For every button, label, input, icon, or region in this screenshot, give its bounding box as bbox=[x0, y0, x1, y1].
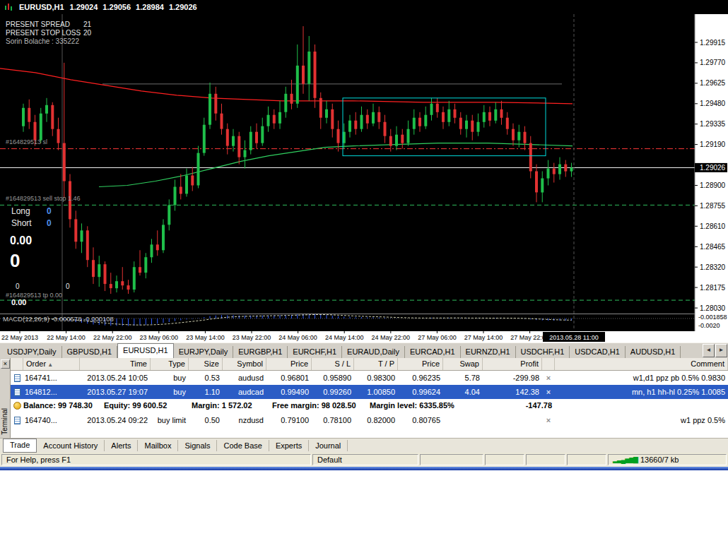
short-label: Short bbox=[11, 218, 32, 228]
close-order-button[interactable]: × bbox=[542, 416, 555, 424]
column-header-size[interactable]: Size bbox=[189, 358, 223, 370]
column-header-comment[interactable]: Comment bbox=[555, 358, 728, 370]
balance-part-3: Free margin: 98 028.50 bbox=[272, 401, 356, 410]
cell-size: 1.10 bbox=[189, 388, 223, 396]
price-scale-label: 1.29625 bbox=[700, 79, 726, 87]
price-scale-label: 1.29335 bbox=[700, 120, 726, 128]
cell-comment: w1,d1 ppz pb 0.5% 0.9830 bbox=[555, 374, 728, 382]
tabs-scroll-right-button[interactable]: ► bbox=[715, 344, 727, 357]
terminal-tab-mailbox[interactable]: Mailbox bbox=[138, 440, 178, 451]
status-cell-empty-4 bbox=[567, 454, 606, 465]
order-icon bbox=[14, 388, 20, 396]
ohlc-low: 1.28984 bbox=[136, 3, 164, 11]
order-icon bbox=[14, 417, 20, 424]
cell-current-price: 0.99624 bbox=[398, 388, 443, 396]
ohlc-close: 1.29026 bbox=[169, 3, 197, 11]
terminal-tab-code-base[interactable]: Code Base bbox=[217, 440, 269, 451]
spread-label: PRESENT SPREAD bbox=[6, 20, 70, 28]
chart-tabs: USDJPY,DailyGBPUSD,H1EURUSD,H1EURJPY,Dai… bbox=[0, 342, 728, 358]
time-axis-label: 24 May 06:00 bbox=[278, 334, 317, 341]
time-axis-label: 22 May 2013 bbox=[1, 334, 38, 341]
stoploss-value: 20 bbox=[83, 29, 91, 37]
tabs-scroll-left-button[interactable]: ◄ bbox=[703, 344, 715, 357]
balance-part-4: Margin level: 6335.85% bbox=[370, 401, 454, 410]
cell-stop-loss: 0.99260 bbox=[312, 388, 354, 396]
terminal-close-button[interactable]: × bbox=[1, 359, 10, 369]
order-icon-cell bbox=[11, 374, 23, 382]
chart-tab-AUDUSD-H1[interactable]: AUDUSD,H1 bbox=[626, 346, 681, 358]
time-axis-label: 23 May 06:00 bbox=[140, 334, 179, 341]
cell-order: 164741... bbox=[23, 374, 80, 382]
column-header-sl[interactable]: S / L bbox=[312, 358, 354, 370]
close-order-button[interactable]: × bbox=[542, 374, 555, 382]
price-scale-label: 1.28030 bbox=[700, 304, 726, 312]
chart-tab-EURCHF-H1[interactable]: EURCHF,H1 bbox=[288, 346, 342, 358]
chart-tab-USDCAD-H1[interactable]: USDCAD,H1 bbox=[570, 346, 626, 358]
terminal-strip-label: Terminal bbox=[1, 408, 8, 435]
cell-type: buy bbox=[151, 374, 189, 382]
current-time-value: 2013.05.28 11:00 bbox=[549, 334, 598, 341]
time-axis-label: 23 May 22:00 bbox=[233, 334, 271, 341]
balance-icon bbox=[13, 402, 21, 410]
chart-area[interactable]: 1.299151.297701.296251.294801.293351.291… bbox=[0, 14, 728, 342]
cell-current-price: 0.80765 bbox=[398, 416, 443, 424]
cell-swap: 4.04 bbox=[443, 388, 483, 396]
ea-value-3: 0.00 bbox=[11, 298, 26, 306]
pane-separator[interactable] bbox=[0, 314, 728, 314]
cell-order: 164740... bbox=[23, 416, 80, 424]
column-header-symbol[interactable]: Symbol bbox=[223, 358, 266, 370]
balance-row: Balance: 99 748.30Equity: 99 600.52Margi… bbox=[11, 399, 728, 413]
long-label: Long bbox=[11, 206, 30, 216]
clipped-row bbox=[11, 427, 728, 438]
chart-tab-USDJPY-Daily[interactable]: USDJPY,Daily bbox=[2, 346, 62, 358]
terminal-tab-account-history[interactable]: Account History bbox=[37, 440, 105, 451]
orders-table[interactable]: Order ▲TimeTypeSizeSymbolPriceS / LT / P… bbox=[11, 358, 728, 438]
status-profile: Default bbox=[312, 454, 418, 465]
cell-comment: mn, h1 hh-hl 0.25% 1.0085 bbox=[555, 388, 728, 396]
terminal-tab-experts[interactable]: Experts bbox=[269, 440, 309, 451]
chart-tab-EURAUD-Daily[interactable]: EURAUD,Daily bbox=[342, 346, 405, 358]
balance-part-0: Balance: 99 748.30 bbox=[23, 401, 93, 410]
price-scale-label: 1.28610 bbox=[700, 222, 726, 230]
terminal-tab-signals[interactable]: Signals bbox=[178, 440, 217, 451]
chart-tab-EURJPY-Daily[interactable]: EURJPY,Daily bbox=[174, 346, 234, 358]
macd-scale-label: -0.0020 bbox=[698, 322, 720, 329]
column-header-tp[interactable]: T / P bbox=[354, 358, 398, 370]
chart-tab-EURCAD-H1[interactable]: EURCAD,H1 bbox=[405, 346, 461, 358]
chart-tab-EURGBP-H1[interactable]: EURGBP,H1 bbox=[233, 346, 288, 358]
close-order-button[interactable]: × bbox=[542, 388, 555, 396]
column-header-swap[interactable]: Swap bbox=[443, 358, 483, 370]
column-header-price[interactable]: Price bbox=[266, 358, 312, 370]
ea-signature: Sorin Bolache : 335222 bbox=[6, 37, 79, 45]
cell-symbol: nzdusd bbox=[223, 416, 266, 424]
header-icon-cell bbox=[11, 358, 23, 370]
column-header-order[interactable]: Order ▲ bbox=[23, 358, 80, 370]
chart-tab-EURNZD-H1[interactable]: EURNZD,H1 bbox=[461, 346, 516, 358]
cell-profit: 142.38 bbox=[483, 388, 542, 396]
status-cell-empty-2 bbox=[485, 454, 524, 465]
trade-row-audusd[interactable]: 164741...2013.05.24 10:05buy0.53audusd0.… bbox=[11, 371, 728, 385]
column-header-profit[interactable]: Profit bbox=[483, 358, 542, 370]
price-scale-label: 1.29915 bbox=[700, 39, 726, 47]
trade-row-nzdusd[interactable]: 164740...2013.05.24 09:22buy limit0.50nz… bbox=[11, 413, 728, 427]
chart-tab-EURUSD-H1[interactable]: EURUSD,H1 bbox=[117, 343, 174, 358]
trade-row-audcad[interactable]: 164812...2013.05.27 19:07buy1.10audcad0.… bbox=[11, 385, 728, 399]
order-icon-cell bbox=[11, 388, 23, 396]
terminal-tab-trade[interactable]: Trade bbox=[3, 439, 37, 453]
column-header-price[interactable]: Price bbox=[398, 358, 443, 370]
terminal-tab-journal[interactable]: Journal bbox=[309, 440, 348, 451]
cell-swap: 5.78 bbox=[443, 374, 483, 382]
column-header-type[interactable]: Type bbox=[151, 358, 189, 370]
macd-indicator-label: MACD(12,26,9) -0.000578 -0.000108 bbox=[3, 315, 114, 323]
terminal-panel: × Terminal Order ▲TimeTypeSizeSymbolPric… bbox=[0, 358, 728, 438]
balance-part-2: Margin: 1 572.02 bbox=[192, 401, 252, 410]
chart-tab-GBPUSD-H1[interactable]: GBPUSD,H1 bbox=[62, 346, 118, 358]
cell-take-profit: 0.98300 bbox=[354, 374, 398, 382]
chart-tab-USDCHF-H1[interactable]: USDCHF,H1 bbox=[516, 346, 570, 358]
balance-part-1: Equity: 99 600.52 bbox=[104, 401, 167, 410]
ea-zero-1: 0 bbox=[16, 282, 20, 290]
time-axis-label: 22 May 22:00 bbox=[93, 334, 132, 341]
column-header-time[interactable]: Time bbox=[80, 358, 151, 370]
terminal-tab-alerts[interactable]: Alerts bbox=[105, 440, 138, 451]
chart-canvas[interactable]: 1.299151.297701.296251.294801.293351.291… bbox=[0, 14, 728, 342]
